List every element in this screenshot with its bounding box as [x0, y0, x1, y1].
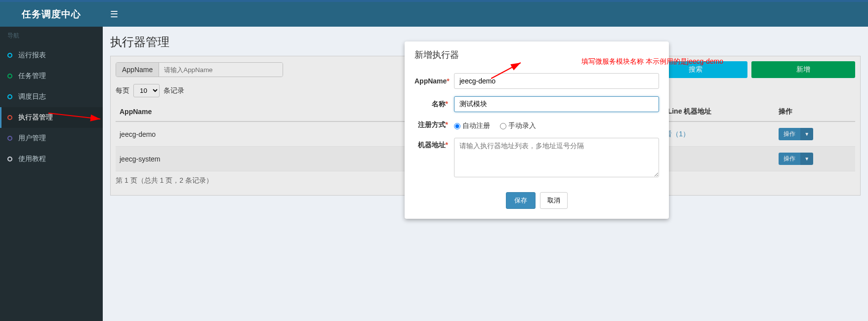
sidebar-item-label: 调度日志 — [18, 92, 46, 101]
menu-toggle-icon[interactable]: ☰ — [103, 9, 125, 20]
sidebar-item-2[interactable]: 调度日志 — [0, 86, 103, 107]
sidebar-item-5[interactable]: 使用教程 — [0, 149, 103, 169]
cancel-button[interactable]: 取消 — [540, 192, 568, 209]
save-button[interactable]: 保存 — [506, 192, 536, 209]
sidebar-circle-icon — [7, 53, 12, 58]
sidebar-item-label: 使用教程 — [18, 155, 46, 163]
sidebar-circle-icon — [7, 136, 12, 141]
label-addr: 机器地址* — [414, 138, 454, 150]
input-name[interactable] — [454, 96, 659, 112]
sidebar-item-label: 运行报表 — [18, 51, 46, 60]
pagesize-select[interactable]: 10 — [133, 84, 160, 97]
radio-manual-input[interactable] — [500, 123, 506, 129]
sidebar-item-0[interactable]: 运行报表 — [0, 45, 103, 66]
input-address[interactable] — [454, 138, 659, 177]
radio-manual[interactable]: 手动录入 — [500, 121, 536, 130]
filter-addon-label: AppName — [116, 63, 159, 77]
input-appname[interactable] — [454, 73, 659, 89]
annotation-text: 填写微服务模块名称 本示例用的是jeecg-demo — [581, 57, 723, 66]
sidebar-circle-icon — [7, 94, 12, 99]
sidebar-circle-icon — [7, 74, 12, 79]
perpage-prefix: 每页 — [116, 86, 129, 95]
sidebar-item-label: 执行器管理 — [18, 113, 53, 122]
header: 任务调度中心 ☰ — [0, 2, 868, 27]
content-area: 执行器管理 AppName 搜索 新增 每页 10 条记录 — [103, 27, 868, 321]
sidebar-item-3[interactable]: 执行器管理 — [0, 107, 103, 128]
sidebar-item-4[interactable]: 用户管理 — [0, 128, 103, 149]
radio-auto-input[interactable] — [454, 123, 460, 129]
logo: 任务调度中心 — [0, 8, 103, 21]
sidebar-circle-icon — [7, 157, 12, 161]
perpage-suffix: 条记录 — [164, 86, 184, 95]
radio-auto[interactable]: 自动注册 — [454, 121, 490, 130]
label-appname: AppName* — [414, 77, 454, 85]
sidebar-item-label: 用户管理 — [18, 134, 46, 143]
add-executor-modal: 新增执行器 填写微服务模块名称 本示例用的是jeecg-demo AppName… — [405, 41, 669, 219]
label-name: 名称* — [414, 100, 454, 109]
label-regmode: 注册方式* — [414, 120, 454, 129]
sidebar: 导航 运行报表任务管理调度日志执行器管理用户管理使用教程 — [0, 27, 103, 321]
sidebar-heading: 导航 — [0, 27, 103, 45]
sidebar-item-1[interactable]: 任务管理 — [0, 66, 103, 86]
sidebar-item-label: 任务管理 — [18, 72, 46, 80]
modal-backdrop: 新增执行器 填写微服务模块名称 本示例用的是jeecg-demo AppName… — [206, 27, 868, 321]
sidebar-circle-icon — [7, 115, 12, 120]
